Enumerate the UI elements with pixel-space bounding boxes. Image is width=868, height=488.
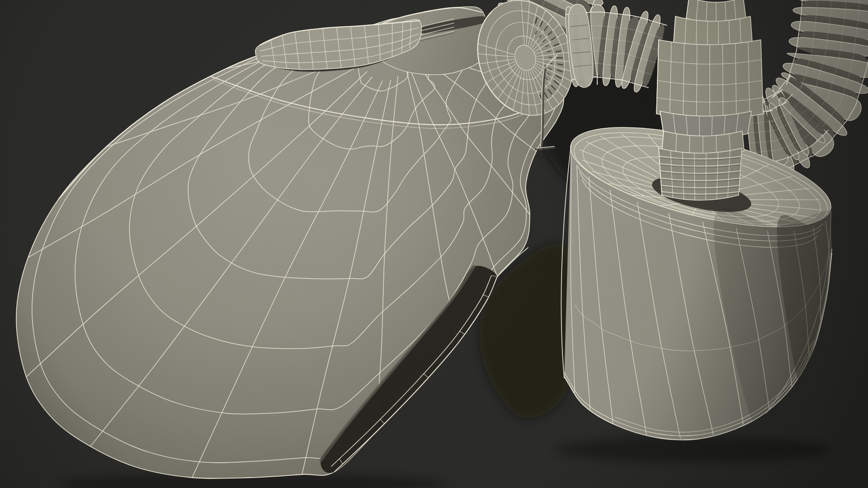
- viewport-3d-render: [0, 0, 868, 488]
- wireframe-scene: [0, 0, 868, 488]
